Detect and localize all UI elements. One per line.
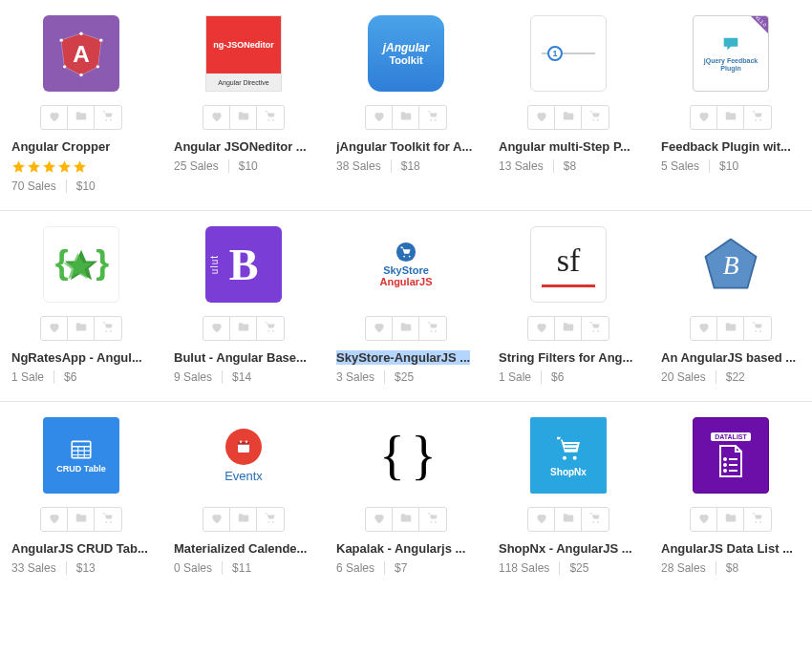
product-card: ShopNx ShopNx - AngularJS ... 118 Sales …: [487, 402, 650, 592]
favorite-button[interactable]: [203, 317, 230, 340]
product-sales: 6 Sales: [336, 561, 384, 575]
product-thumbnail[interactable]: B: [693, 226, 769, 303]
collection-button[interactable]: [393, 106, 419, 129]
cart-button[interactable]: [744, 106, 771, 129]
product-title[interactable]: Angular JSONeditor ...: [174, 139, 307, 154]
product-thumbnail[interactable]: DATALIST: [693, 417, 769, 494]
product-title[interactable]: ShopNx - AngularJS ...: [499, 541, 632, 556]
collection-button[interactable]: [230, 508, 257, 531]
product-sales: 33 Sales: [11, 561, 66, 575]
collection-button[interactable]: [555, 106, 582, 129]
product-thumbnail[interactable]: SkyStoreAngularJS: [368, 226, 444, 303]
product-thumbnail[interactable]: ulutB: [205, 226, 282, 303]
product-thumbnail[interactable]: ng-JSONeditorAngular Directive: [205, 15, 282, 92]
product-thumbnail[interactable]: sf: [530, 226, 607, 303]
cart-button[interactable]: [582, 106, 609, 129]
product-title[interactable]: Bulut - Angular Base...: [174, 350, 307, 365]
favorite-button[interactable]: [366, 317, 393, 340]
product-title[interactable]: Feedback Plugin wit...: [661, 139, 791, 154]
collection-button[interactable]: [555, 317, 582, 340]
heart-icon: [373, 110, 386, 126]
cart-button[interactable]: [257, 317, 284, 340]
product-thumbnail[interactable]: ShopNx: [530, 417, 607, 494]
product-title[interactable]: An AngularJS based ...: [661, 350, 796, 365]
svg-rect-16: [72, 441, 91, 457]
product-title[interactable]: SkyStore-AngularJS ...: [336, 350, 470, 365]
cart-button[interactable]: [419, 317, 446, 340]
cart-button[interactable]: [582, 508, 609, 531]
product-meta: 25 Sales $10: [174, 159, 258, 173]
favorite-button[interactable]: [41, 317, 68, 340]
favorite-button[interactable]: [528, 317, 555, 340]
favorite-button[interactable]: [203, 106, 230, 129]
svg-point-4: [99, 38, 102, 41]
product-card: jAngularToolkit jAngular Toolkit for A..…: [325, 0, 487, 211]
product-thumbnail[interactable]: { }: [368, 417, 444, 494]
cart-button[interactable]: [95, 317, 121, 340]
product-price: $8: [553, 159, 576, 173]
product-title[interactable]: jAngular Toolkit for A...: [336, 139, 472, 154]
svg-point-30: [724, 464, 726, 466]
product-thumbnail[interactable]: jQuery FeedbackPlugin: [693, 15, 769, 92]
product-thumbnail[interactable]: A: [43, 15, 119, 92]
favorite-button[interactable]: [691, 508, 717, 531]
cart-icon: [264, 110, 277, 126]
product-sales: 9 Sales: [174, 370, 222, 384]
product-actions: [365, 316, 447, 341]
product-title[interactable]: NgRatesApp - Angul...: [11, 350, 142, 365]
product-title[interactable]: Materialized Calende...: [174, 541, 307, 556]
cart-icon: [264, 512, 277, 528]
product-card: B An AngularJS based ... 20 Sales $22: [650, 211, 812, 402]
product-title[interactable]: Angular Cropper: [11, 139, 110, 154]
collection-button[interactable]: [68, 317, 95, 340]
collection-button[interactable]: [717, 106, 744, 129]
cart-button[interactable]: [744, 508, 771, 531]
cart-button[interactable]: [95, 508, 121, 531]
product-price: $7: [384, 561, 407, 575]
collection-button[interactable]: [393, 317, 419, 340]
favorite-button[interactable]: [528, 508, 555, 531]
product-title[interactable]: Kapalak - Angularjs ...: [336, 541, 465, 556]
favorite-button[interactable]: [203, 508, 230, 531]
cart-button[interactable]: [419, 106, 446, 129]
cart-button[interactable]: [744, 317, 771, 340]
product-thumbnail[interactable]: {}: [43, 226, 119, 303]
product-sales: 20 Sales: [661, 370, 716, 384]
product-title[interactable]: AngularJS CRUD Tab...: [11, 541, 148, 556]
collection-button[interactable]: [555, 508, 582, 531]
favorite-button[interactable]: [41, 508, 68, 531]
product-thumbnail[interactable]: 1: [530, 15, 607, 92]
product-title[interactable]: Angular multi-Step P...: [499, 139, 630, 154]
product-card: 1 Angular multi-Step P... 13 Sales $8: [487, 0, 650, 211]
cart-button[interactable]: [419, 508, 446, 531]
product-sales: 13 Sales: [499, 159, 553, 173]
cart-button[interactable]: [95, 106, 121, 129]
favorite-button[interactable]: [691, 106, 717, 129]
cart-icon: [264, 321, 277, 337]
favorite-button[interactable]: [41, 106, 68, 129]
product-title[interactable]: String Filters for Ang...: [499, 350, 632, 365]
product-title[interactable]: AngularJS Data List ...: [661, 541, 793, 556]
collection-button[interactable]: [230, 106, 257, 129]
favorite-button[interactable]: [528, 106, 555, 129]
cart-button[interactable]: [257, 106, 284, 129]
collection-button[interactable]: [717, 508, 744, 531]
product-thumbnail[interactable]: CRUD Table: [43, 417, 119, 494]
heart-icon: [535, 110, 548, 126]
cart-icon: [588, 321, 602, 337]
collection-button[interactable]: [230, 317, 257, 340]
cart-button[interactable]: [582, 317, 609, 340]
product-thumbnail[interactable]: jAngularToolkit: [368, 15, 444, 92]
product-card: { } Kapalak - Angularjs ... 6 Sales $7: [325, 402, 487, 592]
favorite-button[interactable]: [366, 508, 393, 531]
product-rating: [11, 159, 87, 174]
collection-button[interactable]: [68, 106, 95, 129]
collection-button[interactable]: [68, 508, 95, 531]
cart-button[interactable]: [257, 508, 284, 531]
favorite-button[interactable]: [691, 317, 717, 340]
favorite-button[interactable]: [366, 106, 393, 129]
product-thumbnail[interactable]: Eventx: [205, 417, 282, 494]
collection-button[interactable]: [393, 508, 419, 531]
product-actions: [527, 105, 609, 130]
collection-button[interactable]: [717, 317, 744, 340]
